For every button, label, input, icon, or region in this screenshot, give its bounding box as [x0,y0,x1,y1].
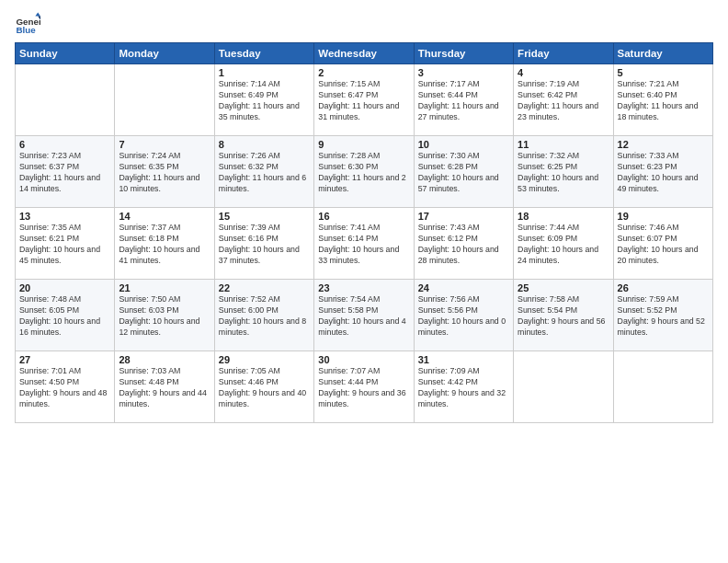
day-info: Sunrise: 7:39 AM Sunset: 6:16 PM Dayligh… [219,223,310,267]
day-info: Sunrise: 7:01 AM Sunset: 4:50 PM Dayligh… [19,366,110,410]
day-cell: 20Sunrise: 7:48 AM Sunset: 6:05 PM Dayli… [16,280,115,351]
day-cell: 17Sunrise: 7:43 AM Sunset: 6:12 PM Dayli… [414,208,513,280]
day-info: Sunrise: 7:23 AM Sunset: 6:37 PM Dayligh… [19,151,110,195]
day-info: Sunrise: 7:44 AM Sunset: 6:09 PM Dayligh… [518,223,609,267]
day-cell: 7Sunrise: 7:24 AM Sunset: 6:35 PM Daylig… [115,136,214,208]
day-number: 9 [318,139,409,150]
day-info: Sunrise: 7:14 AM Sunset: 6:49 PM Dayligh… [219,79,310,123]
day-info: Sunrise: 7:15 AM Sunset: 6:47 PM Dayligh… [318,79,409,123]
day-cell: 18Sunrise: 7:44 AM Sunset: 6:09 PM Dayli… [514,208,613,280]
day-cell: 27Sunrise: 7:01 AM Sunset: 4:50 PM Dayli… [16,351,115,423]
day-cell: 15Sunrise: 7:39 AM Sunset: 6:16 PM Dayli… [214,208,313,280]
header: General Blue [15,11,713,37]
day-number: 19 [618,211,709,222]
week-row-4: 20Sunrise: 7:48 AM Sunset: 6:05 PM Dayli… [16,280,713,351]
day-cell: 3Sunrise: 7:17 AM Sunset: 6:44 PM Daylig… [414,64,513,136]
day-number: 23 [318,282,409,293]
day-cell: 19Sunrise: 7:46 AM Sunset: 6:07 PM Dayli… [613,208,712,280]
day-number: 20 [19,282,110,293]
day-cell [16,64,115,136]
day-number: 15 [219,211,310,222]
week-row-2: 6Sunrise: 7:23 AM Sunset: 6:37 PM Daylig… [16,136,713,208]
day-info: Sunrise: 7:32 AM Sunset: 6:25 PM Dayligh… [518,151,609,195]
calendar: SundayMondayTuesdayWednesdayThursdayFrid… [15,42,713,423]
day-number: 2 [318,67,409,78]
weekday-header-tuesday: Tuesday [214,43,313,64]
day-cell: 16Sunrise: 7:41 AM Sunset: 6:14 PM Dayli… [314,208,414,280]
day-cell: 8Sunrise: 7:26 AM Sunset: 6:32 PM Daylig… [214,136,313,208]
day-info: Sunrise: 7:48 AM Sunset: 6:05 PM Dayligh… [19,294,110,339]
day-cell: 29Sunrise: 7:05 AM Sunset: 4:46 PM Dayli… [214,351,313,423]
week-row-1: 1Sunrise: 7:14 AM Sunset: 6:49 PM Daylig… [16,64,713,136]
day-info: Sunrise: 7:07 AM Sunset: 4:44 PM Dayligh… [318,366,409,410]
svg-text:Blue: Blue [16,25,36,35]
day-info: Sunrise: 7:05 AM Sunset: 4:46 PM Dayligh… [219,366,310,410]
weekday-header-row: SundayMondayTuesdayWednesdayThursdayFrid… [16,43,713,64]
day-number: 21 [119,282,210,293]
weekday-header-friday: Friday [514,43,613,64]
day-info: Sunrise: 7:59 AM Sunset: 5:52 PM Dayligh… [618,294,709,339]
day-info: Sunrise: 7:21 AM Sunset: 6:40 PM Dayligh… [618,79,709,123]
day-cell: 21Sunrise: 7:50 AM Sunset: 6:03 PM Dayli… [115,280,214,351]
day-info: Sunrise: 7:33 AM Sunset: 6:23 PM Dayligh… [618,151,709,195]
day-cell: 9Sunrise: 7:28 AM Sunset: 6:30 PM Daylig… [314,136,414,208]
day-cell: 6Sunrise: 7:23 AM Sunset: 6:37 PM Daylig… [16,136,115,208]
day-info: Sunrise: 7:19 AM Sunset: 6:42 PM Dayligh… [518,79,609,123]
day-number: 3 [418,67,509,78]
day-number: 16 [318,211,409,222]
day-info: Sunrise: 7:28 AM Sunset: 6:30 PM Dayligh… [318,151,409,195]
weekday-header-saturday: Saturday [613,43,712,64]
day-cell [613,351,712,423]
day-cell: 5Sunrise: 7:21 AM Sunset: 6:40 PM Daylig… [613,64,712,136]
day-cell: 24Sunrise: 7:56 AM Sunset: 5:56 PM Dayli… [414,280,513,351]
day-info: Sunrise: 7:17 AM Sunset: 6:44 PM Dayligh… [418,79,509,123]
day-cell: 30Sunrise: 7:07 AM Sunset: 4:44 PM Dayli… [314,351,414,423]
day-cell: 12Sunrise: 7:33 AM Sunset: 6:23 PM Dayli… [613,136,712,208]
day-cell: 28Sunrise: 7:03 AM Sunset: 4:48 PM Dayli… [115,351,214,423]
day-info: Sunrise: 7:43 AM Sunset: 6:12 PM Dayligh… [418,223,509,267]
logo-icon: General Blue [15,11,40,37]
day-cell: 31Sunrise: 7:09 AM Sunset: 4:42 PM Dayli… [414,351,513,423]
weekday-header-sunday: Sunday [16,43,115,64]
weekday-header-monday: Monday [115,43,214,64]
day-info: Sunrise: 7:03 AM Sunset: 4:48 PM Dayligh… [119,366,210,410]
day-cell [115,64,214,136]
weekday-header-thursday: Thursday [414,43,513,64]
day-cell: 13Sunrise: 7:35 AM Sunset: 6:21 PM Dayli… [16,208,115,280]
logo: General Blue [15,11,44,37]
day-number: 4 [518,67,609,78]
day-number: 27 [19,354,110,365]
day-cell [514,351,613,423]
day-info: Sunrise: 7:30 AM Sunset: 6:28 PM Dayligh… [418,151,509,195]
day-cell: 25Sunrise: 7:58 AM Sunset: 5:54 PM Dayli… [514,280,613,351]
day-number: 30 [318,354,409,365]
day-cell: 14Sunrise: 7:37 AM Sunset: 6:18 PM Dayli… [115,208,214,280]
day-number: 12 [618,139,709,150]
day-info: Sunrise: 7:37 AM Sunset: 6:18 PM Dayligh… [119,223,210,267]
day-number: 11 [518,139,609,150]
day-number: 26 [618,282,709,293]
day-info: Sunrise: 7:50 AM Sunset: 6:03 PM Dayligh… [119,294,210,339]
day-cell: 26Sunrise: 7:59 AM Sunset: 5:52 PM Dayli… [613,280,712,351]
day-number: 17 [418,211,509,222]
weekday-header-wednesday: Wednesday [314,43,414,64]
day-info: Sunrise: 7:26 AM Sunset: 6:32 PM Dayligh… [219,151,310,195]
day-number: 5 [618,67,709,78]
day-info: Sunrise: 7:52 AM Sunset: 6:00 PM Dayligh… [219,294,310,339]
day-info: Sunrise: 7:35 AM Sunset: 6:21 PM Dayligh… [19,223,110,267]
day-info: Sunrise: 7:24 AM Sunset: 6:35 PM Dayligh… [119,151,210,195]
day-number: 28 [119,354,210,365]
day-number: 13 [19,211,110,222]
day-number: 22 [219,282,310,293]
day-number: 10 [418,139,509,150]
day-cell: 22Sunrise: 7:52 AM Sunset: 6:00 PM Dayli… [214,280,313,351]
day-number: 8 [219,139,310,150]
day-number: 7 [119,139,210,150]
day-info: Sunrise: 7:41 AM Sunset: 6:14 PM Dayligh… [318,223,409,267]
day-number: 6 [19,139,110,150]
day-cell: 1Sunrise: 7:14 AM Sunset: 6:49 PM Daylig… [214,64,313,136]
day-number: 29 [219,354,310,365]
day-number: 31 [418,354,509,365]
day-number: 24 [418,282,509,293]
day-number: 18 [518,211,609,222]
